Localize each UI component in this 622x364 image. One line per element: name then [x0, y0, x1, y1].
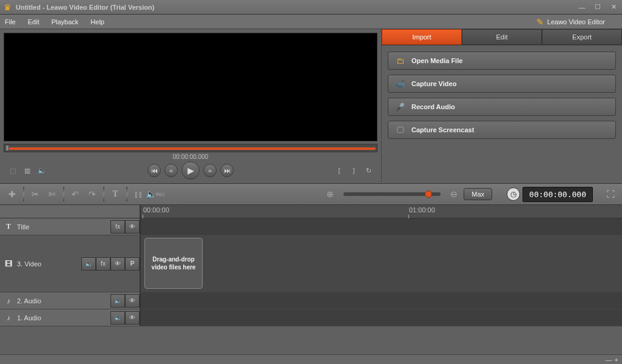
close-button[interactable]: ✕: [607, 2, 620, 12]
track-title-label: Title: [17, 223, 29, 231]
track-audio-2: ♪2. Audio 🔈 👁: [0, 292, 622, 309]
preview-video: [4, 33, 377, 141]
brand-text: Leawo Video Editor: [547, 18, 605, 25]
add-track-footer-button[interactable]: +: [615, 356, 618, 363]
window-title: Untitled - Leawo Video Editor (Trial Ver…: [16, 4, 576, 11]
menu-playback[interactable]: Playback: [52, 18, 79, 25]
track-video-label: 3. Video: [17, 260, 41, 268]
timeline-toolbar: ✚ ✂ ✄ ↶ ↷ T ⫿⫿ 🔈REC ⊕ ⊖ Max ◷ 00:00:00.0…: [0, 183, 622, 205]
brand-icon: ✎: [536, 17, 544, 27]
collapse-button[interactable]: —: [606, 356, 612, 363]
note-icon: ♪: [4, 314, 13, 322]
seek-thumb[interactable]: [5, 145, 9, 151]
record-audio-label: Record Audio: [411, 103, 455, 110]
mark-in-icon[interactable]: ⬚: [7, 165, 18, 176]
time-display: 00:00:00.000: [522, 187, 593, 202]
track-video: 🎞3. Video 🔈 fx 👁 P Drag-and-drop video f…: [0, 235, 622, 292]
track-audio-1: ♪1. Audio 🔈 👁: [0, 309, 622, 326]
dropzone[interactable]: Drag-and-drop video files here: [144, 238, 203, 289]
text-button[interactable]: T: [108, 187, 123, 201]
skip-back-button[interactable]: ⏮: [147, 164, 161, 177]
capture-video-button[interactable]: 📹 Capture Video: [388, 75, 616, 93]
zoom-max-button[interactable]: Max: [464, 188, 492, 200]
zoom-slider[interactable]: [343, 192, 441, 196]
mute-button[interactable]: 🔈: [110, 311, 125, 325]
title-icon: T: [4, 222, 13, 231]
minimize-button[interactable]: —: [576, 2, 588, 12]
film-icon: 🎞: [4, 260, 13, 268]
tab-import[interactable]: Import: [382, 29, 462, 45]
equalizer-button[interactable]: ⫿⫿: [131, 187, 146, 201]
fullscreen-button[interactable]: ⛶: [604, 187, 617, 201]
capture-screencast-label: Capture Screencast: [411, 126, 474, 133]
app-logo-icon: ♛: [2, 2, 12, 12]
skip-forward-button[interactable]: ⏭: [220, 164, 234, 177]
titlebar: ♛ Untitled - Leawo Video Editor (Trial V…: [0, 0, 622, 15]
redo-button[interactable]: ↷: [85, 187, 100, 201]
zoom-thumb[interactable]: [425, 190, 432, 198]
timeline-footer: — +: [0, 354, 622, 364]
visibility-button[interactable]: 👁: [125, 220, 140, 234]
track-title: TTitle fx 👁: [0, 218, 622, 235]
properties-button[interactable]: P: [125, 257, 140, 271]
mark-out-icon[interactable]: ▥: [22, 165, 33, 176]
open-media-button[interactable]: 🗀 Open Media File: [388, 52, 616, 70]
folder-icon: 🗀: [394, 55, 405, 66]
ruler-tick: 01:00:00: [409, 206, 435, 214]
menu-edit[interactable]: Edit: [28, 18, 39, 25]
maximize-button[interactable]: ☐: [592, 2, 604, 12]
mute-button[interactable]: 🔈: [81, 257, 96, 271]
seek-bar[interactable]: [4, 144, 377, 152]
right-panel: Import Edit Export 🗀 Open Media File 📹 C…: [382, 29, 622, 183]
capture-screencast-button[interactable]: 🖵 Capture Screencast: [388, 121, 616, 139]
record-voiceover-button[interactable]: 🔈REC: [148, 187, 163, 201]
ruler-tick: 00:00:00: [143, 206, 169, 214]
timeline-ruler[interactable]: 00:00:00 01:00:00: [0, 205, 622, 218]
zoom-out-button[interactable]: ⊖: [447, 187, 461, 201]
tab-export[interactable]: Export: [542, 29, 622, 45]
step-back-button[interactable]: «: [164, 164, 178, 177]
undo-button[interactable]: ↶: [68, 187, 83, 201]
add-track-button[interactable]: ✚: [5, 187, 19, 201]
track-audio1-label: 1. Audio: [17, 314, 41, 322]
brand-label: ✎ Leawo Video Editor: [536, 17, 605, 27]
menubar: File Edit Playback Help ✎ Leawo Video Ed…: [0, 15, 622, 29]
screen-icon: 🖵: [394, 124, 405, 135]
visibility-button[interactable]: 👁: [125, 294, 140, 308]
note-icon: ♪: [4, 297, 13, 305]
bracket-in-icon[interactable]: [: [334, 165, 345, 176]
clock-icon[interactable]: ◷: [507, 187, 520, 201]
loop-icon[interactable]: ↻: [363, 165, 374, 176]
mute-button[interactable]: 🔈: [110, 294, 125, 308]
split-button[interactable]: ✄: [45, 187, 59, 201]
visibility-button[interactable]: 👁: [110, 257, 125, 271]
microphone-icon: 🎤: [394, 101, 405, 112]
menu-help[interactable]: Help: [90, 18, 104, 25]
record-audio-button[interactable]: 🎤 Record Audio: [388, 98, 616, 116]
visibility-button[interactable]: 👁: [125, 311, 140, 325]
preview-timecode: 00:00:00.000: [4, 152, 377, 161]
volume-icon[interactable]: 🔈: [36, 165, 47, 176]
preview-panel: 00:00:00.000 ⬚ ▥ 🔈 ⏮ « ▶ » ⏭ [ ] ↻: [0, 29, 381, 183]
fx-button[interactable]: fx: [110, 220, 125, 234]
play-button[interactable]: ▶: [181, 161, 200, 180]
bracket-out-icon[interactable]: ]: [348, 165, 359, 176]
camera-icon: 📹: [394, 78, 405, 89]
fx-button[interactable]: fx: [96, 257, 110, 271]
open-media-label: Open Media File: [411, 57, 462, 64]
capture-video-label: Capture Video: [411, 80, 456, 87]
cut-button[interactable]: ✂: [28, 187, 42, 201]
zoom-in-button[interactable]: ⊕: [323, 187, 337, 201]
tab-edit[interactable]: Edit: [462, 29, 542, 45]
timeline: 00:00:00 01:00:00 TTitle fx 👁 🎞3. Video …: [0, 205, 622, 364]
menu-file[interactable]: File: [5, 18, 16, 25]
track-audio2-label: 2. Audio: [17, 297, 41, 305]
step-forward-button[interactable]: »: [203, 164, 217, 177]
